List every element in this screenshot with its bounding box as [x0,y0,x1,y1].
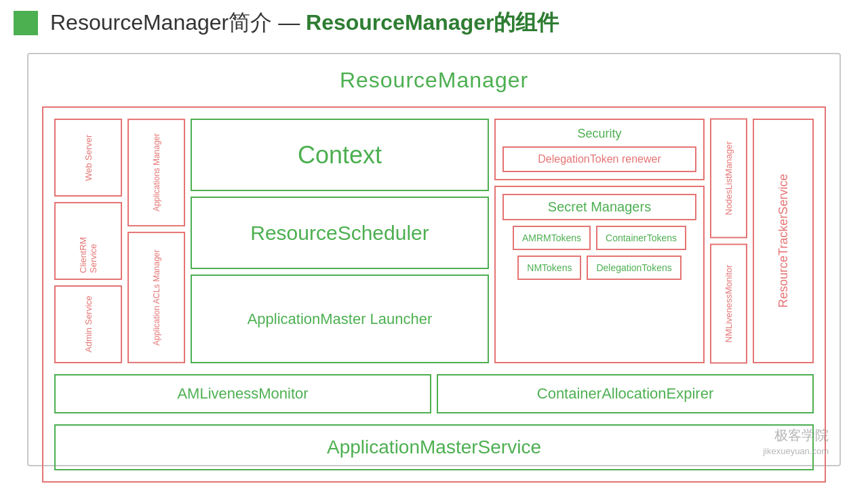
far-right-col: NodesListManager NMLivenessMonitor [710,119,747,363]
security-box: Security DelegationToken renewer [494,119,705,180]
inner-diagram: Web Server ClientRM Service Admin Servic… [42,106,826,483]
amrm-tokens-box: AMRMTokens [513,226,591,250]
resource-tracker-box: ResourceTrackerService [753,119,814,363]
delegation-tokens-box: DelegationTokens [587,256,681,280]
watermark: 极客学院 jikexueyuan.com [763,426,829,457]
content-rows: Web Server ClientRM Service Admin Servic… [54,119,814,470]
secret-managers-title: Secret Managers [502,194,696,220]
nodes-list-manager-box: NodesListManager [710,119,747,239]
delegation-token-box: DelegationToken renewer [502,146,696,172]
main-row: Web Server ClientRM Service Admin Servic… [54,119,814,363]
header-square-icon [14,11,38,35]
scheduler-box: ResourceScheduler [191,197,489,269]
page-title: ResourceManager简介 — ResourceManager的组件 [50,8,559,38]
watermark-chinese: 极客学院 [763,426,829,445]
acls-manager-box: Application ACLs Manager [127,232,185,363]
header-prefix: ResourceManager简介 — [50,10,306,35]
right-center-col: Security DelegationToken renewer Secret … [494,119,705,363]
diagram-wrapper: ResourceManager Web Server ClientRM Serv… [27,53,841,466]
watermark-url: jikexueyuan.com [763,446,829,456]
client-rm-box: ClientRM Service [54,202,122,280]
left-col: Web Server ClientRM Service Admin Servic… [54,119,122,363]
nm-tokens-box: NMTokens [517,256,581,280]
nmliveness-box: NMLivenessMonitor [710,244,747,364]
web-server-box: Web Server [54,119,122,197]
context-box: Context [191,119,489,191]
tokens-row-1: AMRMTokens ContainerTokens [502,226,696,250]
security-title: Security [502,127,696,141]
am-liveness-box: AMLivenessMonitor [54,374,431,413]
center-col: Context ResourceScheduler ApplicationMas… [191,119,489,363]
secret-managers-box: Secret Managers AMRMTokens ContainerToke… [494,186,705,363]
second-col: Applications Manager Application ACLs Ma… [127,119,185,363]
rm-title: ResourceManager [42,68,826,93]
launcher-box: ApplicationMaster Launcher [191,274,489,363]
tokens-row-2: NMTokens DelegationTokens [502,256,696,280]
container-tokens-box: ContainerTokens [596,226,686,250]
master-service-box: ApplicationMasterService [54,424,814,470]
container-expirer-box: ContainerAllocationExpirer [437,374,814,413]
page-header: ResourceManager简介 — ResourceManager的组件 [0,0,868,46]
applications-manager-box: Applications Manager [127,119,185,226]
bottom-row: AMLivenessMonitor ContainerAllocationExp… [54,374,814,413]
header-bold: ResourceManager的组件 [306,10,559,35]
admin-service-box: Admin Service [54,285,122,363]
